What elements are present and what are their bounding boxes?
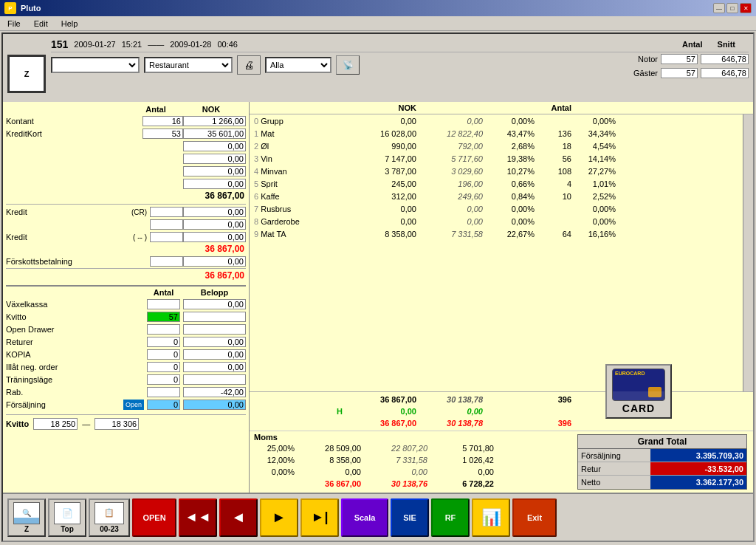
network-button[interactable]: 📡	[336, 55, 360, 75]
open-drawer-label: Open Drawer	[6, 325, 144, 334]
time2: 00:46	[217, 40, 238, 49]
record-number: 151	[51, 38, 68, 50]
grand-total-header: Grand Total	[578, 435, 746, 449]
antal-header: Antal	[682, 40, 703, 49]
notor-snitt-input[interactable]	[701, 54, 749, 64]
chart-button[interactable]: 📊	[472, 498, 510, 537]
kvitto-antal[interactable]	[147, 312, 180, 322]
last-button[interactable]: ►|	[300, 498, 339, 537]
notor-antal-input[interactable]	[661, 54, 698, 64]
kredit-dash-input[interactable]	[150, 232, 183, 242]
minimize-button[interactable]: —	[713, 3, 725, 13]
kopia-val[interactable]	[183, 349, 246, 360]
kredit-cr-input1[interactable]	[150, 207, 183, 217]
next-button[interactable]: ►	[260, 498, 298, 537]
rab-antal[interactable]	[147, 387, 180, 397]
kontant-nok-input[interactable]	[183, 116, 246, 126]
forsk-input[interactable]	[150, 256, 183, 267]
prev-button[interactable]: ◄	[219, 498, 258, 537]
close-button[interactable]: ✕	[740, 3, 752, 13]
open-drawer-antal[interactable]	[147, 324, 180, 335]
empty-row-4[interactable]	[183, 179, 246, 189]
forsaljning-gt-value: 3.395.709,30	[650, 449, 746, 462]
vaxelkassa-val[interactable]	[183, 299, 246, 309]
date2: 2009-01-28	[170, 40, 211, 49]
app-title: Pluto	[21, 4, 41, 13]
illat-antal[interactable]	[147, 362, 180, 372]
dropdown-alla[interactable]: Alla	[265, 57, 331, 73]
rab-val[interactable]	[183, 387, 246, 397]
first-button[interactable]: ◄◄	[179, 498, 217, 537]
mid-antal-header: Antal	[535, 103, 571, 112]
total-antal: 396	[535, 395, 571, 404]
kredit-cr-val1[interactable]	[183, 207, 246, 217]
forsaljning-antal[interactable]	[147, 400, 180, 410]
table-row: 6 Kaffe 312,00 249,60 0,84% 10 2,52%	[254, 190, 749, 202]
eurocard-text: EUROCARD	[615, 371, 645, 376]
mid-table-body: 0 Grupp 0,00 0,00 0,00% 0,00% 1 Mat 16 0…	[250, 114, 753, 391]
scrollbar[interactable]	[743, 114, 753, 391]
retur-gt-label: Retur	[578, 465, 650, 473]
maximize-button[interactable]: □	[726, 3, 738, 13]
table-row: 7 Rusbrus 0,00 0,00 0,00% 0,00%	[254, 202, 749, 215]
z-toolbar-button[interactable]: 🔍 Z	[7, 498, 46, 537]
kredit-dash-sub: ( -- )	[128, 233, 150, 241]
forsaljning-val[interactable]	[183, 400, 246, 410]
illat-val[interactable]	[183, 362, 246, 372]
returer-val[interactable]	[183, 337, 246, 347]
subtotal1: 36 867,00	[182, 191, 244, 201]
gaster-antal-input[interactable]	[661, 68, 698, 78]
gaster-snitt-input[interactable]	[701, 68, 749, 78]
kvitto-from[interactable]	[33, 418, 78, 430]
rf-button[interactable]: RF	[431, 498, 470, 537]
moms-label: Moms	[254, 433, 278, 442]
main-window: Z 151 2009-01-27 15:21 —— 2009-01-28 00:…	[1, 32, 755, 542]
sie-button[interactable]: SIE	[391, 498, 429, 537]
traning-antal[interactable]	[147, 374, 180, 385]
empty-row-3[interactable]	[183, 166, 246, 176]
kvitto-val[interactable]	[183, 312, 246, 322]
gaster-label: Gäster	[617, 69, 658, 78]
vaxelkassa-antal[interactable]	[147, 299, 180, 309]
menu-help[interactable]: Help	[58, 18, 81, 29]
menu-file[interactable]: File	[4, 18, 24, 29]
card-box[interactable]: EUROCARD CARD	[605, 364, 672, 419]
kredit-cr-val2[interactable]	[183, 219, 246, 230]
mid-nok-italic-header	[416, 103, 483, 112]
returer-antal[interactable]	[147, 337, 180, 347]
printer-button[interactable]: 🖨	[237, 55, 261, 75]
empty-row-2[interactable]	[183, 154, 246, 164]
vaxelkassa-label: Växelkassa	[6, 300, 144, 309]
total-nok-italic: 30 138,78	[416, 395, 483, 404]
kopia-antal[interactable]	[147, 349, 180, 360]
date1: 2009-01-27	[74, 40, 115, 49]
traning-val[interactable]	[183, 374, 246, 385]
menu-edit[interactable]: Edit	[31, 18, 51, 29]
kontant-antal-input[interactable]	[142, 116, 183, 126]
exit-button[interactable]: Exit	[512, 498, 557, 537]
app-icon: P	[4, 2, 16, 14]
top-toolbar-button[interactable]: 📄 Top	[48, 498, 86, 537]
table-row: 9 Mat TA 8 358,00 7 331,58 22,67% 64 16,…	[254, 227, 749, 240]
open-button[interactable]: OPEN	[132, 498, 176, 537]
range-toolbar-button[interactable]: 📋 00-23	[89, 498, 130, 537]
left-total: 36 867,00	[182, 270, 244, 281]
kreditkort-nok-input[interactable]	[183, 128, 246, 139]
rab-label: Rab.	[6, 388, 144, 397]
grand-antal: 396	[535, 419, 571, 428]
grand-italic: 30 138,78	[416, 419, 483, 428]
grand-total-panel: Grand Total Försäljning 3.395.709,30 Ret…	[577, 434, 747, 490]
h-nok: 0,00	[350, 407, 416, 416]
forsk-val[interactable]	[183, 256, 246, 267]
kredit-dash-val[interactable]	[183, 232, 246, 242]
kreditkort-antal-input[interactable]	[142, 128, 183, 139]
table-row: 8 Garderobe 0,00 0,00 0,00% 0,00%	[254, 215, 749, 227]
dropdown-restaurant[interactable]: Restaurant	[144, 57, 233, 73]
kredit-cr-input2[interactable]	[150, 219, 183, 230]
scala-button[interactable]: Scala	[341, 498, 388, 537]
open-drawer-val[interactable]	[183, 324, 246, 335]
left-nok-header: NOK	[178, 105, 244, 114]
dropdown1[interactable]	[51, 57, 140, 73]
kvitto-to[interactable]	[94, 418, 139, 430]
empty-row-1[interactable]	[183, 141, 246, 151]
